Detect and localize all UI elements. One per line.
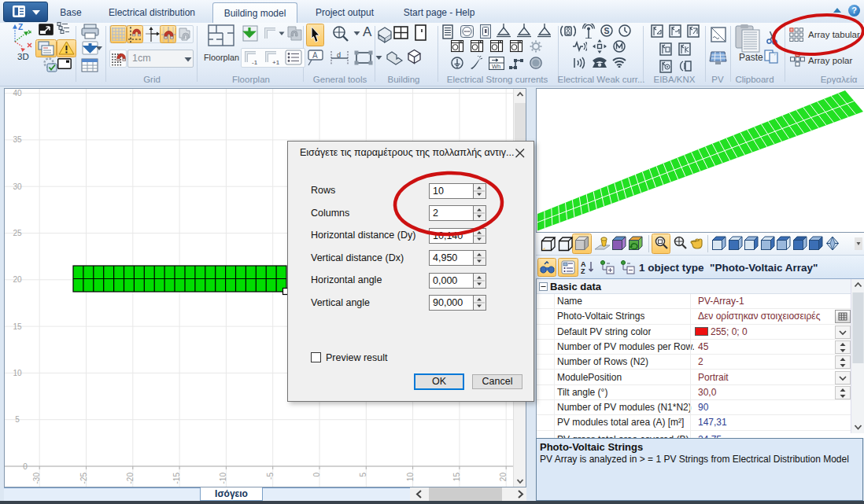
svg-text:S: S	[604, 26, 610, 35]
svg-text:5: 5	[15, 415, 20, 424]
svg-text:d: d	[337, 51, 341, 59]
svg-text:10: 10	[13, 369, 22, 377]
svg-text:+1: +1	[272, 59, 280, 66]
svg-text:0: 0	[23, 462, 28, 471]
svg-text:0: 0	[312, 473, 321, 477]
svg-text:15: 15	[13, 322, 22, 331]
svg-text:20: 20	[13, 275, 22, 284]
svg-text:Z: Z	[18, 23, 23, 31]
svg-text:Wh: Wh	[492, 63, 500, 70]
svg-text:35: 35	[13, 135, 22, 144]
svg-text:-25: -25	[79, 473, 88, 484]
svg-text:5: 5	[359, 473, 367, 477]
svg-text:-1: -1	[252, 59, 258, 66]
svg-text:-5: -5	[266, 473, 275, 480]
svg-text:-10: -10	[219, 473, 227, 484]
svg-text:10: 10	[406, 473, 415, 482]
svg-text:40: 40	[13, 89, 22, 97]
svg-text:15: 15	[452, 473, 461, 482]
svg-text:-15: -15	[172, 473, 181, 484]
svg-text:30: 30	[13, 182, 22, 191]
svg-text:-30: -30	[32, 473, 41, 484]
svg-text:25: 25	[13, 229, 22, 237]
svg-text:-20: -20	[126, 473, 135, 484]
svg-text:Z: Z	[581, 267, 585, 274]
svg-text:A: A	[312, 51, 318, 60]
svg-text:20: 20	[499, 473, 508, 482]
